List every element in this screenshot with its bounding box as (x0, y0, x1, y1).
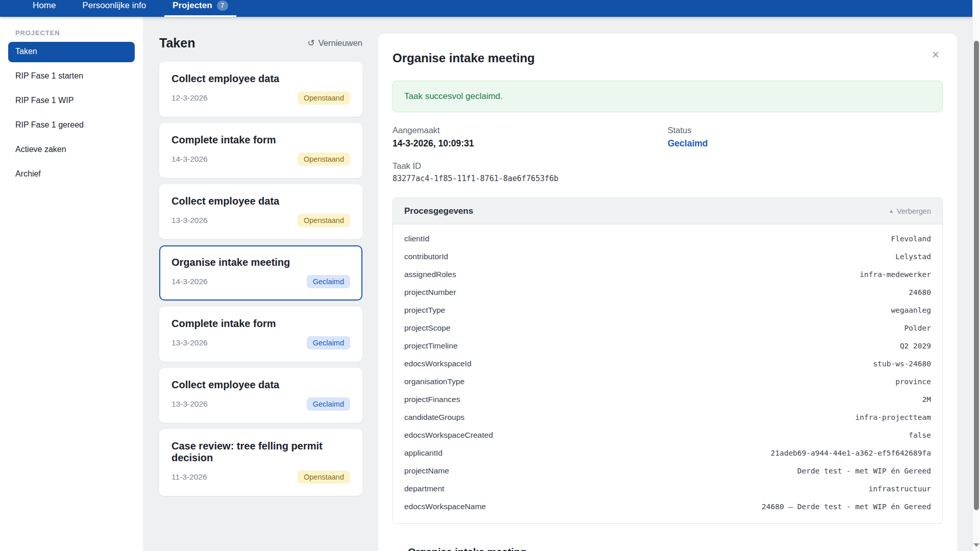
sidebar-item[interactable]: RIP Fase 1 gereed (8, 115, 135, 136)
sidebar-item[interactable]: RIP Fase 1 WIP (8, 91, 135, 111)
sidebar-item[interactable]: RIP Fase 1 starten (8, 66, 135, 87)
process-row: edocsWorkspaceName 24680 — Derde test - … (404, 497, 931, 515)
process-key: projectNumber (404, 288, 456, 297)
meta-task-id-value: 83277ac4-1f85-11f1-8761-8ae6f7653f6b (393, 174, 668, 183)
collapse-button-label: Verbergen (897, 207, 931, 215)
task-card-title: Complete intake form (172, 318, 350, 330)
collapse-button[interactable]: ▲ Verbergen (889, 207, 931, 215)
main-area: Taken ↺ Vernieuwen Collect employee data… (143, 17, 972, 551)
process-value: 2M (922, 395, 931, 404)
process-row: applicantId 21adeb69-a944-44e1-a362-ef5f… (404, 444, 931, 462)
sidebar: PROJECTEN Taken RIP Fase 1 starten RIP F… (0, 17, 143, 551)
nav-tab[interactable]: Persoonlijke info (74, 0, 154, 17)
sidebar-item[interactable]: Taken (8, 42, 135, 62)
task-status-badge: Openstaand (298, 153, 350, 166)
nav-tab-label: Projecten (173, 1, 212, 11)
task-detail-panel: Organise intake meeting ✕ Taak succesvol… (378, 34, 957, 551)
task-card-meta-row: 12-3-2026 Openstaand (172, 91, 350, 105)
process-value: stub-ws-24680 (873, 360, 932, 368)
task-card-meta-row: 14-3-2026 Openstaand (172, 153, 350, 166)
meta-task-id: Taak ID 83277ac4-1f85-11f1-8761-8ae6f765… (393, 161, 668, 183)
process-row: contributorId Lelystad (404, 247, 931, 265)
process-row: projectFinances 2M (404, 390, 931, 408)
task-card-date: 13-3-2026 (172, 399, 208, 409)
process-value: Polder (904, 324, 931, 332)
sidebar-item[interactable]: Archief (8, 164, 135, 185)
process-row: projectScope Polder (404, 319, 931, 337)
meta-status-value: Geclaimd (668, 138, 943, 149)
process-value: Flevoland (891, 235, 931, 243)
sidebar-item[interactable]: Actieve zaken (8, 140, 135, 160)
task-card-title: Complete intake form (172, 134, 350, 146)
process-key: projectScope (404, 323, 450, 333)
process-value: 24680 — Derde test - met WIP én Gereed (762, 503, 931, 511)
task-status-badge: Openstaand (298, 214, 350, 227)
task-card-title: Organise intake meeting (172, 257, 350, 268)
process-row: edocsWorkspaceId stub-ws-24680 (404, 355, 931, 372)
process-key: edocsWorkspaceCreated (404, 431, 493, 440)
task-card[interactable]: Complete intake form 14-3-2026 Openstaan… (159, 123, 362, 178)
task-detail-title: Organise intake meeting (393, 51, 943, 65)
task-card-date: 14-3-2026 (172, 155, 208, 164)
task-card[interactable]: Collect employee data 13-3-2026 Geclaimd (159, 368, 362, 423)
success-alert-message: Taak succesvol geclaimd. (404, 91, 503, 102)
process-row: projectName Derde test - met WIP én Gere… (404, 462, 931, 480)
task-card-date: 13-3-2026 (172, 216, 208, 225)
nav-tab[interactable]: Home (24, 0, 64, 17)
process-key: assignedRoles (404, 270, 456, 279)
process-key: organisationType (404, 377, 464, 386)
meta-created-value: 14-3-2026, 10:09:31 (393, 138, 668, 149)
scrollbar-thumb[interactable] (974, 41, 979, 510)
nav-tab-label: Persoonlijke info (82, 1, 146, 11)
success-alert: Taak succesvol geclaimd. (393, 81, 943, 112)
task-card-title: Collect employee data (172, 73, 350, 85)
task-status-badge: Geclaimd (307, 275, 350, 288)
task-card-title: Case review: tree felling permit decisio… (172, 440, 350, 464)
task-meta-grid: Aangemaakt 14-3-2026, 10:09:31 Status Ge… (393, 126, 943, 183)
process-key: applicantId (404, 448, 443, 458)
process-row: projectTimeline Q2 2029 (404, 337, 931, 355)
process-row: projectNumber 24680 (404, 283, 931, 301)
task-list-header: Taken ↺ Vernieuwen (159, 35, 362, 51)
chevron-up-icon: ▲ (889, 208, 894, 214)
meta-created-label: Aangemaakt (393, 126, 668, 135)
process-value: province (895, 378, 931, 386)
process-panel-title: Procesgegevens (404, 206, 473, 216)
process-value: Lelystad (895, 253, 931, 261)
task-card-meta-row: 11-3-2026 Openstaand (172, 470, 350, 484)
task-card[interactable]: Organise intake meeting 14-3-2026 Geclai… (159, 245, 362, 300)
close-icon[interactable]: ✕ (932, 50, 940, 60)
process-value: Derde test - met WIP én Gereed (797, 467, 931, 475)
process-row: clientId Flevoland (404, 230, 931, 247)
task-card-title: Collect employee data (172, 195, 350, 207)
process-key: contributorId (404, 252, 448, 261)
nav-tab[interactable]: Projecten 7 (164, 0, 236, 17)
task-card[interactable]: Complete intake form 13-3-2026 Geclaimd (159, 307, 362, 362)
meta-task-id-label: Taak ID (393, 161, 668, 171)
task-card-date: 13-3-2026 (172, 338, 208, 347)
nav-tab-label: Home (33, 1, 56, 11)
process-value: wegaanleg (891, 306, 931, 314)
task-card-date: 12-3-2026 (172, 93, 208, 103)
top-nav: Home Persoonlijke info Projecten 7 (0, 0, 972, 17)
vertical-scrollbar[interactable] (972, 0, 980, 551)
task-card-meta-row: 13-3-2026 Geclaimd (172, 397, 350, 411)
task-card-date: 11-3-2026 (172, 472, 207, 482)
task-card[interactable]: Collect employee data 13-3-2026 Openstaa… (159, 184, 362, 239)
task-card[interactable]: Collect employee data 12-3-2026 Openstaa… (159, 62, 362, 117)
scrollbar-down-arrow-icon[interactable] (973, 543, 979, 547)
nav-tab-count-badge: 7 (217, 1, 228, 11)
refresh-button[interactable]: ↺ Vernieuwen (308, 38, 362, 48)
process-key: edocsWorkspaceId (404, 359, 472, 368)
sidebar-list: Taken RIP Fase 1 starten RIP Fase 1 WIP … (0, 42, 143, 185)
task-list-column: Taken ↺ Vernieuwen Collect employee data… (159, 35, 362, 502)
task-card[interactable]: Case review: tree felling permit decisio… (159, 429, 362, 496)
task-card-date: 14-3-2026 (172, 277, 208, 286)
task-card-title: Collect employee data (172, 379, 350, 391)
task-status-badge: Geclaimd (307, 336, 350, 349)
process-row: projectType wegaanleg (404, 301, 931, 319)
meta-created: Aangemaakt 14-3-2026, 10:09:31 (393, 126, 668, 149)
task-card-meta-row: 13-3-2026 Openstaand (172, 214, 350, 227)
task-status-badge: Openstaand (298, 91, 350, 105)
meta-status: Status Geclaimd (668, 126, 943, 149)
